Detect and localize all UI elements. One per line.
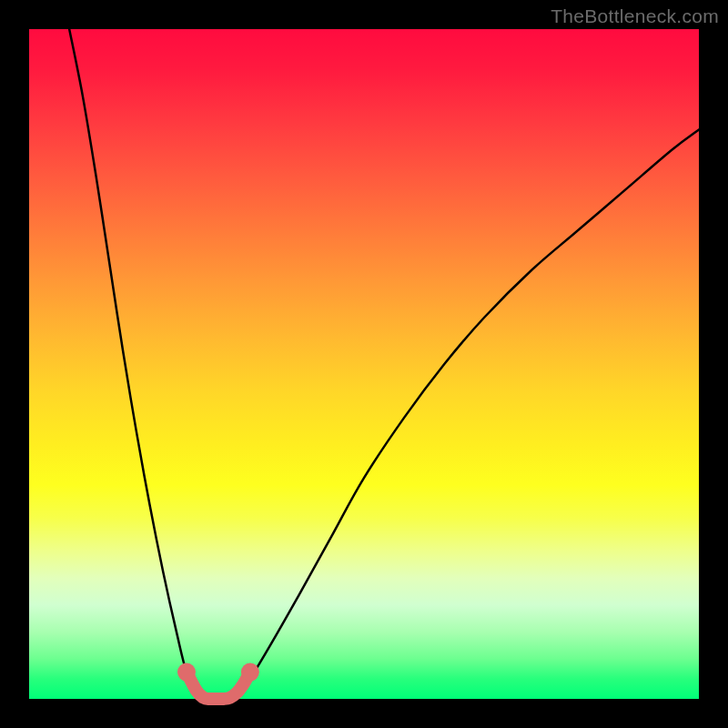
series-point (177, 663, 196, 682)
watermark-text: TheBottleneck.com (551, 5, 719, 27)
series-curve-left (69, 29, 203, 699)
series-point (241, 663, 259, 682)
series-marker-segment (187, 672, 250, 700)
plot-area (29, 29, 699, 699)
series-curve-right (237, 129, 699, 699)
chart-frame: TheBottleneck.com (0, 0, 728, 728)
chart-svg (29, 29, 699, 699)
